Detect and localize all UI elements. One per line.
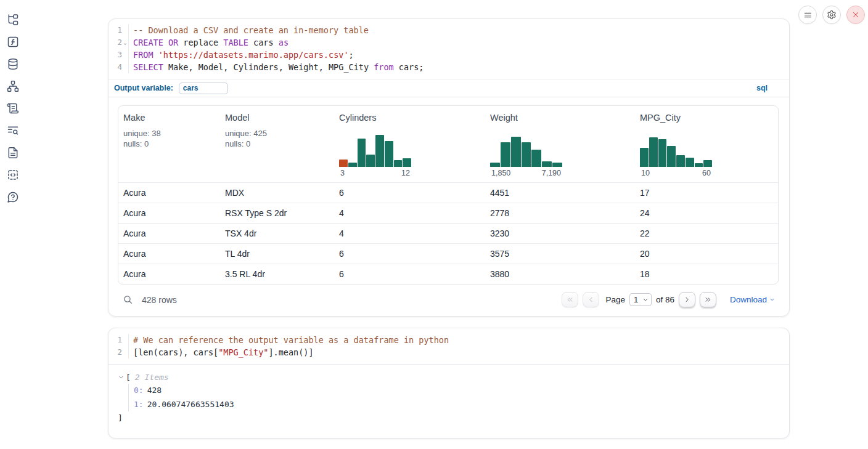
menu-button[interactable] <box>798 6 817 24</box>
bracket-open: [ <box>126 373 131 382</box>
table-cell: 3230 <box>485 229 635 238</box>
fold-gutter <box>122 61 129 73</box>
tree-entry-index: 0: <box>134 386 144 395</box>
column-header-cylinders[interactable]: Cylinders312 <box>334 106 485 182</box>
line-number: 3 <box>108 49 122 61</box>
column-header-make[interactable]: Makeunique: 38nulls: 0 <box>118 106 220 182</box>
histogram-bar <box>552 163 562 167</box>
fold-gutter <box>122 24 129 36</box>
document-icon[interactable] <box>7 147 19 159</box>
table-row: AcuraTSX 4dr4323022 <box>118 223 778 243</box>
table-cell: 3575 <box>485 249 635 259</box>
histogram-bar <box>667 146 676 167</box>
table-row: AcuraMDX6445117 <box>118 182 778 203</box>
histogram-bar <box>366 155 375 167</box>
snippets-icon[interactable] <box>7 169 19 181</box>
tree-entry-value: 20.060747663551403 <box>147 400 234 409</box>
settings-button[interactable] <box>822 6 841 24</box>
table-header-row: Makeunique: 38nulls: 0Modelunique: 425nu… <box>118 106 778 182</box>
download-button[interactable]: Download <box>730 295 776 304</box>
table-row: AcuraTL 4dr6357520 <box>118 243 778 264</box>
close-button[interactable] <box>846 6 865 24</box>
histogram-axis-labels: 1,8507,190 <box>490 169 562 177</box>
chevron-down-icon <box>769 296 776 303</box>
table-cell: 24 <box>635 208 778 218</box>
tree-entry: 0:428 <box>134 384 789 398</box>
histogram-bar <box>394 160 403 167</box>
output-variable-input[interactable] <box>179 83 228 94</box>
topbar-actions <box>798 6 865 24</box>
histogram-bar <box>358 139 366 167</box>
log-search-icon[interactable] <box>7 124 19 137</box>
table-cell: 4451 <box>485 188 635 198</box>
line-number: 2 <box>108 346 122 358</box>
table-cell: MDX <box>220 188 334 198</box>
histogram-bar <box>348 163 357 167</box>
table-cell: Acura <box>118 188 220 198</box>
histogram-bar <box>542 161 552 167</box>
column-stats: unique: 425nulls: 0 <box>225 128 329 149</box>
histogram-bar <box>658 139 667 167</box>
histogram-bar <box>686 158 694 167</box>
table-cell: RSX Type S 2dr <box>220 208 334 218</box>
first-page-icon <box>566 296 574 304</box>
data-table: Makeunique: 38nulls: 0Modelunique: 425nu… <box>118 105 779 285</box>
histogram-bar <box>501 142 510 167</box>
help-icon[interactable] <box>7 191 19 203</box>
table-cell: 3880 <box>485 269 635 279</box>
table-row: AcuraRSX Type S 2dr4277824 <box>118 203 778 223</box>
column-stats: unique: 38nulls: 0 <box>123 128 215 149</box>
first-page-button[interactable] <box>562 292 578 307</box>
column-header-weight[interactable]: Weight1,8507,190 <box>485 106 635 182</box>
column-name: Model <box>225 113 329 123</box>
page-select[interactable]: 1 <box>629 293 652 306</box>
python-code-editor[interactable]: 1# We can reference the output variable … <box>108 328 789 365</box>
file-tree-icon[interactable] <box>7 14 19 26</box>
code-text: SELECT Make, Model, Cylinders, Weight, M… <box>129 61 424 73</box>
row-count-label: 428 rows <box>142 295 177 305</box>
page-select-value: 1 <box>634 295 638 304</box>
histogram-bar <box>403 158 411 167</box>
page-total-label: of 86 <box>656 295 674 304</box>
histogram-bar <box>640 148 649 167</box>
table-cell: 17 <box>635 188 778 198</box>
fold-gutter <box>122 346 129 358</box>
search-icon[interactable] <box>123 294 133 305</box>
table-cell: Acura <box>118 208 220 218</box>
histogram-bar <box>511 137 521 167</box>
menu-icon <box>803 10 813 20</box>
database-icon[interactable] <box>7 58 19 70</box>
fold-chevron-icon[interactable]: ⌄ <box>122 36 129 49</box>
last-page-button[interactable] <box>700 292 716 307</box>
sidebar <box>0 0 26 449</box>
column-header-mpg_city[interactable]: MPG_City1060 <box>635 106 778 182</box>
table-cell: Acura <box>118 249 220 259</box>
code-text: # We can reference the output variable a… <box>129 334 449 346</box>
output-variable-row: Output variable: sql <box>108 79 789 97</box>
histogram-mpg_city: 1060 <box>640 135 712 177</box>
dependency-graph-icon[interactable] <box>7 80 19 92</box>
table-cell: Acura <box>118 229 220 238</box>
collapse-chevron-icon[interactable] <box>118 374 125 381</box>
table-cell: 22 <box>635 229 778 238</box>
chevron-down-icon <box>642 297 649 303</box>
histogram-bar <box>676 155 685 167</box>
table-cell: 2778 <box>485 208 635 218</box>
sql-code-editor[interactable]: 1-- Download a CSV and create an in-memo… <box>108 19 789 79</box>
output-variable-label: Output variable: <box>114 84 173 92</box>
table-cell: 18 <box>635 269 778 279</box>
next-page-icon <box>683 296 691 304</box>
function-icon[interactable] <box>7 36 19 48</box>
code-line: 1-- Download a CSV and create an in-memo… <box>108 24 789 36</box>
histogram-axis-labels: 312 <box>339 169 411 177</box>
code-text: [len(cars), cars["MPG_City"].mean()] <box>129 346 314 358</box>
histogram-bar <box>531 150 541 167</box>
column-header-model[interactable]: Modelunique: 425nulls: 0 <box>220 106 334 182</box>
next-page-button[interactable] <box>679 292 695 307</box>
histogram-bars <box>339 135 411 167</box>
table-body: AcuraMDX6445117AcuraRSX Type S 2dr427782… <box>118 182 778 284</box>
scroll-icon[interactable] <box>7 102 19 115</box>
prev-page-button[interactable] <box>583 292 599 307</box>
histogram-bar <box>375 135 384 167</box>
code-line: 3FROM 'https://datasets.marimo.app/cars.… <box>108 49 789 61</box>
